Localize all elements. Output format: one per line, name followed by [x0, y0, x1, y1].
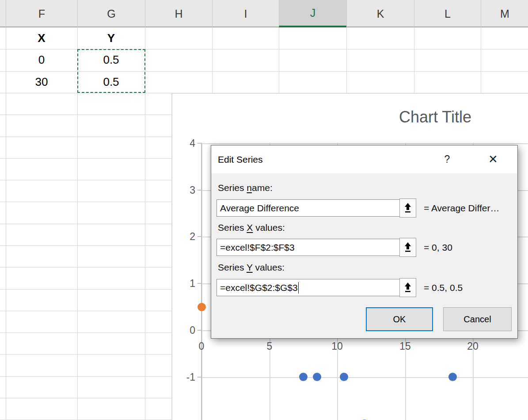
chart-gridline-horizontal [201, 377, 528, 378]
x-axis-label[interactable]: 5 [256, 340, 283, 352]
series-y-label: Series Y values: [218, 262, 285, 273]
series-y-range-picker-button[interactable] [399, 278, 416, 297]
column-header-L[interactable]: L [414, 0, 481, 27]
data-point-series-2[interactable] [299, 373, 308, 381]
close-button[interactable]: ✕ [484, 145, 502, 173]
x-axis-label[interactable]: 20 [460, 340, 486, 352]
y-axis-tick [198, 236, 201, 237]
series-y-row: =excel!$G$2:$G$3 = 0.5, 0.5 [217, 278, 513, 297]
series-x-label: Series X values: [218, 222, 285, 233]
collapse-dialog-arrow-icon [403, 242, 412, 253]
y-axis-label[interactable]: 0 [175, 325, 195, 336]
cell-F2[interactable]: 0 [6, 49, 77, 71]
column-header-M[interactable]: M [481, 0, 528, 27]
column-header-G[interactable]: G [77, 0, 145, 27]
y-axis-label[interactable]: -1 [175, 371, 195, 383]
series-x-row: =excel!$F$2:$F$3 = 0, 30 [217, 238, 513, 257]
cell-G1[interactable]: Y [77, 27, 145, 49]
series-name-result: = Average Differ… [424, 199, 499, 217]
cancel-button[interactable]: Cancel [443, 307, 512, 331]
series-name-range-picker-button[interactable] [399, 199, 416, 218]
help-button[interactable]: ? [439, 145, 456, 173]
y-axis-line [201, 143, 202, 420]
collapse-dialog-arrow-icon [403, 202, 412, 214]
chart-gridline-horizontal [201, 143, 528, 144]
series-name-label: Series name: [218, 183, 273, 193]
column-header-I[interactable]: I [212, 0, 279, 27]
ok-button[interactable]: OK [366, 307, 433, 331]
x-axis-label[interactable]: 15 [392, 340, 418, 352]
y-axis-tick [198, 283, 201, 284]
data-point-series-2[interactable] [448, 373, 457, 381]
edit-series-dialog: Edit Series ? ✕ Series name: Average Dif… [211, 145, 518, 339]
y-axis-label[interactable]: 4 [175, 137, 195, 149]
series-x-result: = 0, 30 [424, 239, 452, 256]
data-point-series-2[interactable] [340, 373, 348, 381]
column-header-K[interactable]: K [346, 0, 414, 27]
y-axis-label[interactable]: 3 [175, 184, 195, 196]
column-header-H[interactable]: H [145, 0, 212, 27]
data-point-series-2[interactable] [313, 373, 321, 381]
y-axis-label[interactable]: 1 [175, 278, 195, 290]
x-axis-tick [201, 330, 202, 334]
dialog-titlebar[interactable]: Edit Series ? ✕ [211, 145, 517, 173]
series-x-input[interactable]: =excel!$F$2:$F$3 [217, 239, 400, 256]
marching-ants-selection [77, 49, 145, 93]
x-axis-label[interactable]: 10 [324, 340, 350, 352]
dialog-title: Edit Series [218, 145, 263, 173]
y-axis-tick [198, 330, 201, 331]
y-axis-tick [198, 143, 201, 144]
cell-F3[interactable]: 30 [6, 71, 77, 93]
y-axis-tick [198, 377, 201, 378]
text-caret [298, 282, 299, 294]
series-x-range-picker-button[interactable] [399, 238, 416, 257]
series-y-result: = 0.5, 0.5 [424, 279, 463, 296]
x-axis-label[interactable]: 0 [188, 340, 215, 352]
data-point-series-1[interactable] [198, 303, 206, 311]
y-axis-label[interactable]: 2 [175, 231, 195, 243]
collapse-dialog-arrow-icon [403, 282, 412, 294]
series-name-input[interactable]: Average Difference [217, 199, 400, 217]
series-y-input[interactable]: =excel!$G$2:$G$3 [217, 279, 400, 296]
y-axis-label[interactable]: -2 [175, 418, 195, 420]
column-header-F[interactable]: F [6, 0, 77, 27]
excel-window: FGHIJKLMXY00.5300.5 Chart Title 43210-1-… [0, 0, 528, 420]
y-axis-tick [198, 190, 201, 191]
chart-title[interactable]: Chart Title [369, 108, 501, 126]
series-name-row: Average Difference = Average Differ… [217, 199, 513, 218]
column-header-J[interactable]: J [279, 0, 346, 27]
cell-F1[interactable]: X [6, 27, 77, 49]
